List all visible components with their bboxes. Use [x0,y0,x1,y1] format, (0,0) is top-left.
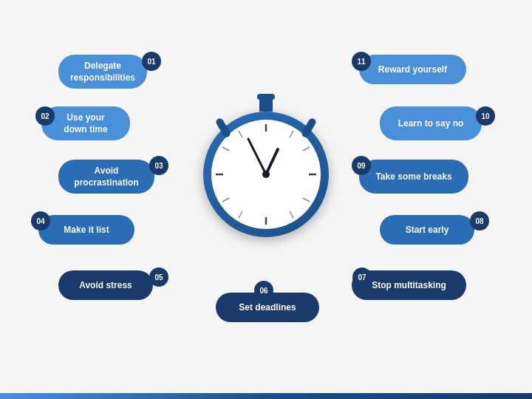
svg-line-12 [266,149,278,174]
pill-item-09: Take some breaks [359,160,468,194]
pill-item-10: Learn to say no [380,106,482,140]
pill-item-04: Make it list [38,215,134,245]
badge-02: 02 [35,106,55,126]
badge-08: 08 [470,211,489,231]
pill-item-01: Delegate responsibilities [58,55,147,89]
badge-10: 10 [476,106,495,126]
pill-item-05: Avoid stress [58,270,153,300]
clock-outer [203,112,329,237]
badge-01: 01 [142,52,161,71]
badge-09: 09 [352,156,371,175]
svg-line-13 [248,139,266,174]
svg-line-10 [290,211,293,218]
badge-07: 07 [352,267,372,287]
badge-05: 05 [149,267,168,287]
bottom-bar [0,393,532,399]
pill-item-08: Start early [380,215,474,245]
svg-line-6 [303,147,310,151]
badge-06: 06 [254,281,273,300]
pill-item-03: Avoid procrastination [58,160,154,194]
slide: Delegate responsibilities01Use your down… [0,0,532,399]
svg-line-11 [239,211,242,218]
badge-11: 11 [352,52,371,71]
svg-line-8 [303,198,310,202]
badge-03: 03 [149,156,168,175]
pill-item-11: Reward yourself [359,55,466,84]
svg-line-4 [290,131,293,137]
clock [203,112,329,237]
svg-line-5 [239,131,242,137]
pill-item-02: Use your down time [41,106,130,140]
clock-crown [259,98,273,112]
badge-04: 04 [31,211,50,231]
content-area: Delegate responsibilities01Use your down… [18,19,514,330]
svg-line-7 [222,147,229,151]
svg-line-9 [222,198,229,202]
svg-point-14 [262,171,270,178]
